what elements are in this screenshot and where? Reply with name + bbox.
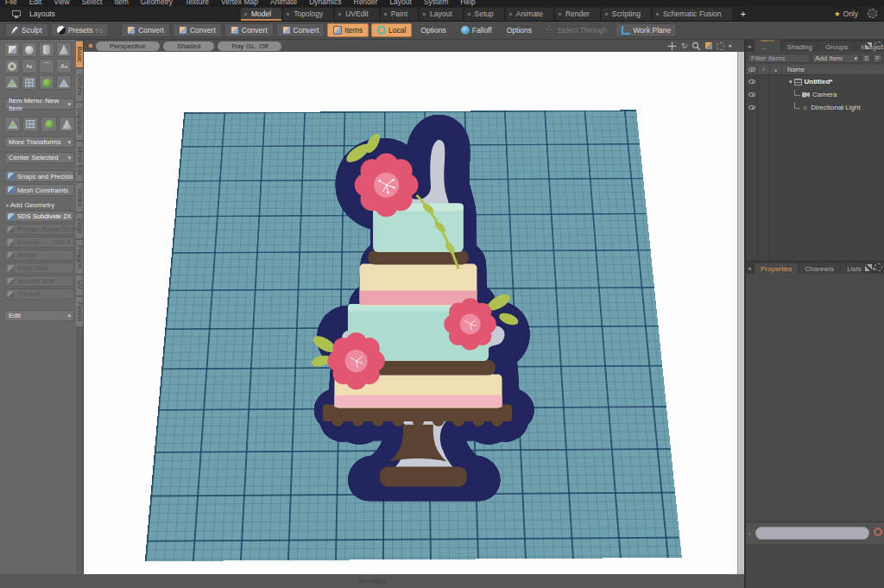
- convert-button-4[interactable]: Convert: [276, 23, 325, 37]
- convert-button-2[interactable]: Convert: [173, 23, 222, 37]
- gear-icon[interactable]: [875, 41, 882, 49]
- zoom-icon[interactable]: [691, 41, 701, 51]
- only-filter[interactable]: ★Only: [834, 9, 858, 18]
- expand-panel-icon[interactable]: [865, 264, 872, 271]
- mesh-cone-button[interactable]: [59, 117, 75, 132]
- menu-dynamics[interactable]: Dynamics: [309, 0, 341, 6]
- spiral-tool-button[interactable]: ∿: [22, 59, 37, 73]
- tab-lists[interactable]: Lists: [841, 263, 867, 274]
- menu-help[interactable]: Help: [460, 0, 475, 6]
- viewport-scrollbar[interactable]: [737, 52, 744, 574]
- viewport-options-icon[interactable]: [705, 42, 712, 49]
- command-input[interactable]: [755, 527, 869, 540]
- gear-icon[interactable]: [875, 263, 882, 271]
- options-button-1[interactable]: Options: [414, 23, 451, 37]
- vtab-vertex[interactable]: Vertex: [76, 183, 84, 212]
- vtab-fusion[interactable]: Fusion: [76, 297, 84, 327]
- options-button-2[interactable]: Options: [501, 23, 538, 37]
- sculpt-button[interactable]: Sculpt: [5, 23, 48, 37]
- tool-smooth-shift[interactable]: Smooth Shift: [4, 275, 74, 287]
- shading-mode-button[interactable]: Shaded: [163, 41, 215, 51]
- convert-button-3[interactable]: Convert: [224, 23, 274, 37]
- convert-button-1[interactable]: Convert: [121, 23, 170, 37]
- add-tab-button[interactable]: +: [734, 8, 753, 21]
- menu-view[interactable]: View: [54, 0, 69, 6]
- more-transforms-dropdown[interactable]: More Transforms: [4, 136, 74, 148]
- expand-panel-icon[interactable]: [865, 42, 872, 49]
- tab-shading[interactable]: Shading: [781, 41, 818, 52]
- tab-topology[interactable]: Topology: [283, 8, 333, 21]
- edit-dropdown[interactable]: Edit: [4, 310, 74, 321]
- tab-properties[interactable]: Properties: [755, 263, 798, 274]
- tool-bridge[interactable]: Bridge: [4, 250, 74, 261]
- menu-geometry[interactable]: Geometry: [141, 0, 173, 6]
- viewport-type-button[interactable]: Perspective: [96, 41, 160, 51]
- pan-icon[interactable]: [667, 41, 677, 51]
- local-mode-button[interactable]: Local: [371, 23, 412, 37]
- cake-cookie-cutter-model[interactable]: [289, 107, 574, 506]
- grid-plane-button[interactable]: [22, 75, 37, 90]
- vtab-mesh-edit[interactable]: Mesh Edit: [76, 142, 84, 180]
- work-plane-button[interactable]: Work Plane: [616, 23, 677, 37]
- chevron-left-icon[interactable]: ◂: [748, 265, 751, 272]
- menu-layout[interactable]: Layout: [389, 0, 412, 6]
- s-button[interactable]: S: [862, 54, 871, 63]
- item-row-camera[interactable]: Camera: [746, 88, 884, 101]
- render-column-header[interactable]: ▲: [770, 65, 782, 74]
- primitive-cube-button[interactable]: [4, 42, 20, 57]
- eye-icon[interactable]: [748, 79, 755, 84]
- menu-animate[interactable]: Animate: [270, 0, 297, 6]
- primitive-torus-button[interactable]: [4, 59, 20, 73]
- orbit-icon[interactable]: ↻: [681, 41, 688, 51]
- menu-item[interactable]: Item: [114, 0, 129, 6]
- gear-icon[interactable]: [717, 42, 724, 50]
- menu-edit[interactable]: Edit: [29, 0, 42, 6]
- tab-model[interactable]: Model: [241, 8, 281, 21]
- falloff-button[interactable]: Falloff: [455, 23, 498, 37]
- eye-icon[interactable]: [748, 105, 755, 110]
- tab-paint[interactable]: Paint: [381, 8, 418, 21]
- tab-setup[interactable]: Setup: [464, 8, 504, 21]
- layouts-monitor-icon[interactable]: [12, 10, 21, 16]
- vtab-duplicate[interactable]: Duplicate: [76, 103, 84, 140]
- primitive-sphere-button[interactable]: [22, 42, 37, 57]
- tool-thicken[interactable]: Thicken: [4, 288, 74, 300]
- chevron-left-icon[interactable]: ◂: [748, 43, 751, 50]
- tab-scripting[interactable]: Scripting: [602, 8, 651, 21]
- snaps-precision-button[interactable]: Snaps and Precision: [4, 170, 74, 182]
- f-button[interactable]: F: [873, 54, 882, 63]
- tab-uvedit[interactable]: UVEdit: [335, 8, 378, 21]
- tab-channels[interactable]: Channels: [799, 263, 840, 274]
- vtab-uv[interactable]: UV: [76, 275, 84, 294]
- tab-groups[interactable]: Groups: [819, 41, 854, 52]
- menu-file[interactable]: File: [5, 0, 17, 6]
- chevron-right-icon[interactable]: ▸: [729, 41, 732, 51]
- mesh-pyramid-button[interactable]: [56, 75, 72, 90]
- item-menu-dropdown[interactable]: Item Menu: New Item: [4, 98, 74, 110]
- menu-select[interactable]: Select: [82, 0, 103, 6]
- tool-sds-subdivide[interactable]: SDS Subdivide 2X: [4, 211, 74, 222]
- mesh-constraints-button[interactable]: Mesh Constraints: [4, 184, 74, 196]
- presets-button[interactable]: PresetsF6: [51, 23, 110, 37]
- curve-tool-button[interactable]: ⌒: [39, 59, 54, 73]
- item-row-untitled[interactable]: ▾ Untitled*: [746, 75, 884, 88]
- 3d-viewport[interactable]: Perspective Shaded Ray GL: Off ↻ ▸: [84, 40, 744, 574]
- tool-extrude[interactable]: ExtrudeShift-X: [4, 237, 74, 248]
- name-column-header[interactable]: Name: [787, 66, 805, 73]
- uv-grid-button[interactable]: [22, 117, 39, 132]
- filter-items-input[interactable]: [748, 54, 810, 63]
- center-selected-dropdown[interactable]: Center Selected: [4, 152, 74, 163]
- items-mode-button[interactable]: Items: [327, 23, 369, 37]
- chevron-right-icon[interactable]: ›: [748, 530, 751, 538]
- text-tool-button[interactable]: Aa: [56, 59, 72, 73]
- eye-icon[interactable]: [748, 92, 755, 97]
- tool-edge-slice[interactable]: Edge Slice: [4, 262, 74, 274]
- expand-triangle-icon[interactable]: ▾: [789, 79, 792, 85]
- select-through-button[interactable]: Select Through: [540, 23, 614, 37]
- menu-render[interactable]: Render: [354, 0, 378, 6]
- lock-column-header[interactable]: +: [758, 65, 770, 74]
- menu-system[interactable]: System: [424, 0, 448, 6]
- vtab-polygon[interactable]: Polygon: [76, 240, 84, 274]
- tab-schematic-fusion[interactable]: Schematic Fusion: [653, 8, 732, 21]
- tab-item-list[interactable]: Item ...: [755, 40, 780, 52]
